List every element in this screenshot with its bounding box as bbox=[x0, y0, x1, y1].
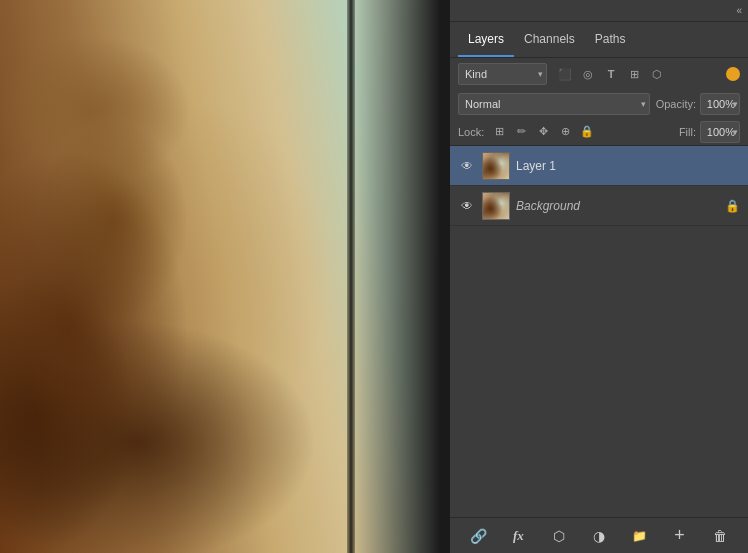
fill-value-wrapper bbox=[700, 121, 740, 143]
delete-layer-button[interactable]: 🗑 bbox=[708, 524, 732, 548]
filter-type-icon[interactable]: T bbox=[601, 64, 621, 84]
layer-visibility-icon[interactable]: 👁 bbox=[458, 197, 476, 215]
lock-icons-group: ⊞ ✏ ✥ ⊕ 🔒 bbox=[490, 123, 596, 141]
opacity-label: Opacity: bbox=[656, 98, 696, 110]
layer-thumbnail bbox=[482, 152, 510, 180]
fill-input[interactable] bbox=[700, 121, 740, 143]
filter-adjustment-icon[interactable]: ◎ bbox=[578, 64, 598, 84]
mask-icon: ⬡ bbox=[553, 528, 565, 544]
tab-layers[interactable]: Layers bbox=[458, 22, 514, 57]
panel-top-bar: « bbox=[450, 0, 748, 22]
group-icon: 📁 bbox=[632, 529, 647, 543]
kind-select[interactable]: Kind Name Effect Mode Attribute Color Sm… bbox=[458, 63, 547, 85]
opacity-group: Opacity: bbox=[656, 93, 740, 115]
add-layer-mask-button[interactable]: ⬡ bbox=[547, 524, 571, 548]
trash-icon: 🗑 bbox=[713, 528, 727, 544]
photo-background bbox=[0, 0, 450, 553]
lock-position-icon[interactable]: ✥ bbox=[534, 123, 552, 141]
adjustment-icon: ◑ bbox=[593, 528, 605, 544]
layer-visibility-icon[interactable]: 👁 bbox=[458, 157, 476, 175]
new-layer-icon: + bbox=[674, 525, 685, 546]
link-layers-button[interactable]: 🔗 bbox=[466, 524, 490, 548]
filter-toggle[interactable] bbox=[726, 67, 740, 81]
tab-channels[interactable]: Channels bbox=[514, 22, 585, 57]
lock-row: Lock: ⊞ ✏ ✥ ⊕ 🔒 Fill: bbox=[450, 118, 748, 146]
collapse-button[interactable]: « bbox=[736, 5, 742, 16]
lock-artboard-icon[interactable]: ⊕ bbox=[556, 123, 574, 141]
create-adjustment-button[interactable]: ◑ bbox=[587, 524, 611, 548]
lock-pixels-icon[interactable]: ⊞ bbox=[490, 123, 508, 141]
filter-pixel-icon[interactable]: ⬛ bbox=[555, 64, 575, 84]
blend-mode-select[interactable]: Normal Dissolve Multiply Screen Overlay … bbox=[458, 93, 650, 115]
tab-paths[interactable]: Paths bbox=[585, 22, 636, 57]
opacity-input[interactable] bbox=[700, 93, 740, 115]
kind-select-wrapper: Kind Name Effect Mode Attribute Color Sm… bbox=[458, 63, 547, 85]
bottom-toolbar: 🔗 fx ⬡ ◑ 📁 + 🗑 bbox=[450, 517, 748, 553]
layer-thumb-inner bbox=[483, 153, 509, 179]
link-icon: 🔗 bbox=[470, 528, 487, 544]
kind-filter-row: Kind Name Effect Mode Attribute Color Sm… bbox=[450, 58, 748, 90]
create-group-button[interactable]: 📁 bbox=[627, 524, 651, 548]
filter-smart-icon[interactable]: ⬡ bbox=[647, 64, 667, 84]
collapse-icon: « bbox=[736, 5, 742, 16]
panels-area: « Layers Channels Paths Kind Name Effect… bbox=[450, 0, 748, 553]
photo-edge bbox=[350, 0, 450, 553]
blend-opacity-row: Normal Dissolve Multiply Screen Overlay … bbox=[450, 90, 748, 118]
filter-shape-icon[interactable]: ⊞ bbox=[624, 64, 644, 84]
photo-canvas bbox=[0, 0, 450, 553]
blend-mode-wrapper: Normal Dissolve Multiply Screen Overlay … bbox=[458, 93, 650, 115]
opacity-value-wrapper bbox=[700, 93, 740, 115]
add-layer-style-button[interactable]: fx bbox=[506, 524, 530, 548]
fx-icon: fx bbox=[513, 528, 524, 544]
layer-lock-indicator: 🔒 bbox=[725, 199, 740, 213]
fill-group: Fill: bbox=[679, 121, 740, 143]
create-layer-button[interactable]: + bbox=[668, 524, 692, 548]
layers-list: 👁 Layer 1 👁 Background 🔒 bbox=[450, 146, 748, 517]
lock-image-icon[interactable]: ✏ bbox=[512, 123, 530, 141]
filter-icons: ⬛ ◎ T ⊞ ⬡ bbox=[555, 64, 667, 84]
fill-label: Fill: bbox=[679, 126, 696, 138]
layer-name: Background bbox=[516, 199, 719, 213]
layer-thumbnail bbox=[482, 192, 510, 220]
layer-thumb-inner bbox=[483, 193, 509, 219]
layer-name: Layer 1 bbox=[516, 159, 740, 173]
layer-row[interactable]: 👁 Layer 1 bbox=[450, 146, 748, 186]
lock-label: Lock: bbox=[458, 126, 484, 138]
lock-all-icon[interactable]: 🔒 bbox=[578, 123, 596, 141]
layer-row[interactable]: 👁 Background 🔒 bbox=[450, 186, 748, 226]
tabs-row: Layers Channels Paths bbox=[450, 22, 748, 58]
